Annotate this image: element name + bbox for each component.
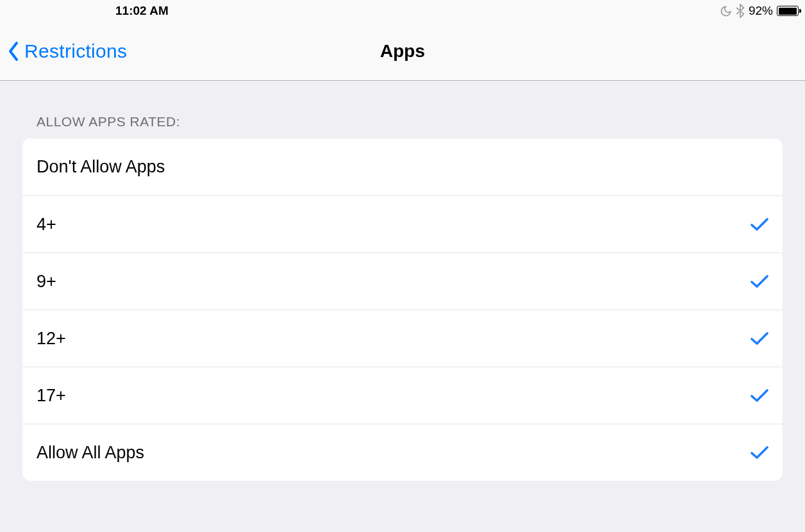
checkmark-icon	[751, 331, 768, 345]
row-allow-all[interactable]: Allow All Apps	[22, 424, 783, 481]
status-right: 92%	[720, 4, 799, 18]
row-label: 12+	[37, 329, 751, 349]
checkmark-icon	[751, 445, 768, 460]
row-label: Allow All Apps	[37, 443, 751, 463]
row-label: Don't Allow Apps	[37, 157, 768, 177]
row-label: 17+	[37, 386, 751, 406]
row-dont-allow[interactable]: Don't Allow Apps	[22, 138, 783, 195]
back-label: Restrictions	[24, 40, 127, 62]
battery-icon	[777, 6, 799, 16]
checkmark-icon	[751, 274, 768, 288]
row-4plus[interactable]: 4+	[22, 195, 783, 253]
battery-percent: 92%	[749, 4, 773, 18]
row-label: 9+	[37, 272, 751, 292]
status-time: 11:02 AM	[115, 4, 169, 18]
navigation-bar: Restrictions Apps	[0, 22, 805, 81]
row-12plus[interactable]: 12+	[22, 310, 783, 367]
row-17plus[interactable]: 17+	[22, 367, 783, 424]
status-bar: 11:02 AM 92%	[0, 0, 805, 22]
checkmark-icon	[751, 388, 768, 403]
section-header: ALLOW APPS RATED:	[22, 114, 783, 138]
content: ALLOW APPS RATED: Don't Allow Apps 4+ 9+…	[0, 81, 805, 481]
row-label: 4+	[37, 215, 751, 235]
ratings-list: Don't Allow Apps 4+ 9+ 12+ 17+	[22, 138, 783, 481]
back-button[interactable]: Restrictions	[0, 40, 127, 62]
battery-fill	[779, 8, 797, 15]
do-not-disturb-icon	[720, 5, 732, 17]
chevron-left-icon	[8, 40, 19, 62]
row-9plus[interactable]: 9+	[22, 253, 783, 310]
page-title: Apps	[380, 41, 425, 62]
bluetooth-icon	[736, 4, 745, 18]
checkmark-icon	[751, 217, 768, 231]
